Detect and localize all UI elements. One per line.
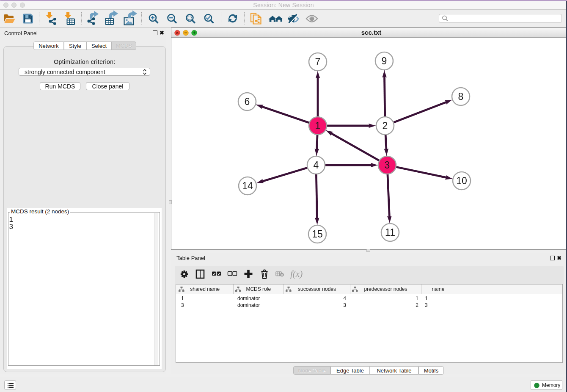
svg-text:f(x): f(x) (290, 269, 303, 279)
